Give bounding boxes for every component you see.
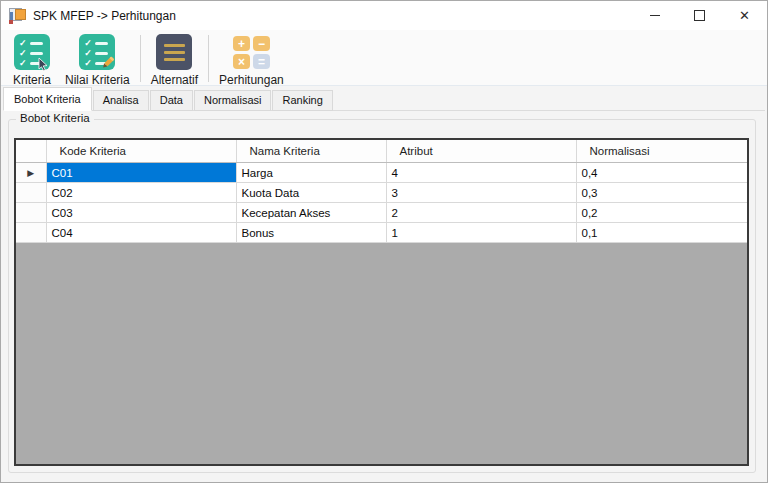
list-line (30, 42, 43, 45)
header-row: Kode Kriteria Nama Kriteria Atribut Norm… (16, 140, 747, 163)
list-line (164, 58, 185, 61)
row-header[interactable] (16, 203, 46, 223)
table-row: ▶ C01 Harga 4 0,4 (16, 163, 747, 183)
bobot-kriteria-table: Kode Kriteria Nama Kriteria Atribut Norm… (16, 140, 747, 243)
list-line (95, 42, 108, 45)
tab-ranking[interactable]: Ranking (272, 90, 332, 111)
close-icon: ✕ (739, 9, 750, 22)
check-glyph: ✓ (19, 39, 27, 48)
table-row: C04 Bonus 1 0,1 (16, 223, 747, 243)
cell-normalisasi[interactable]: 0,2 (576, 203, 747, 223)
app-icon-red-square (9, 20, 13, 24)
checklist-cursor-icon: ✓ ✓ ✓ (14, 34, 50, 70)
window-controls: ✕ (632, 1, 767, 30)
toolbar-separator (140, 35, 141, 82)
cell-nama[interactable]: Kuota Data (236, 183, 386, 203)
check-glyph: ✓ (19, 59, 27, 68)
equals-icon: = (253, 54, 270, 69)
cell-atribut[interactable]: 3 (386, 183, 576, 203)
toolbar-button-label: Kriteria (13, 73, 51, 87)
column-header-normalisasi[interactable]: Normalisasi (576, 140, 747, 163)
cell-nama[interactable]: Bonus (236, 223, 386, 243)
list-line (164, 51, 185, 54)
close-button[interactable]: ✕ (722, 1, 767, 30)
table-row: C03 Kecepatan Akses 2 0,2 (16, 203, 747, 223)
app-icon-orange-square (15, 9, 26, 20)
cell-atribut[interactable]: 4 (386, 163, 576, 183)
check-glyph: ✓ (84, 59, 92, 68)
check-glyph: ✓ (84, 39, 92, 48)
cell-atribut[interactable]: 2 (386, 203, 576, 223)
cell-nama[interactable]: Harga (236, 163, 386, 183)
cell-normalisasi[interactable]: 0,1 (576, 223, 747, 243)
cell-atribut[interactable]: 1 (386, 223, 576, 243)
cell-kode[interactable]: C04 (46, 223, 236, 243)
row-header[interactable] (16, 183, 46, 203)
list-line (30, 52, 43, 55)
check-glyph: ✓ (84, 49, 92, 58)
list-lines-icon (156, 34, 192, 70)
row-header-corner[interactable] (16, 140, 46, 163)
column-header-atribut[interactable]: Atribut (386, 140, 576, 163)
toolbar-button-label: Alternatif (151, 73, 198, 87)
column-header-nama-kriteria[interactable]: Nama Kriteria (236, 140, 386, 163)
cell-normalisasi[interactable]: 0,3 (576, 183, 747, 203)
toolbar-button-label: Perhitungan (219, 73, 284, 87)
current-row-marker-icon: ▶ (27, 168, 34, 178)
toolbar-button-label: Nilai Kriteria (65, 73, 130, 87)
toolbar-button-nilai-kriteria[interactable]: ✓ ✓ ✓ Nilai Kriteria (58, 33, 137, 88)
row-header[interactable] (16, 223, 46, 243)
groupbox-title: Bobot Kriteria (16, 112, 94, 124)
toolbar-separator (208, 35, 209, 82)
tab-analisa[interactable]: Analisa (93, 90, 149, 111)
cell-kode[interactable]: C03 (46, 203, 236, 223)
tab-data[interactable]: Data (150, 90, 193, 111)
minimize-icon (650, 15, 660, 16)
pencil-icon (98, 53, 118, 73)
plus-icon: + (233, 36, 250, 51)
data-grid: Kode Kriteria Nama Kriteria Atribut Norm… (14, 138, 749, 466)
tab-strip: Bobot Kriteria Analisa Data Normalisasi … (3, 87, 334, 111)
row-header-current[interactable]: ▶ (16, 163, 46, 183)
app-icon[interactable] (9, 8, 26, 24)
toolbar-button-alternatif[interactable]: Alternatif (144, 33, 205, 88)
column-header-kode-kriteria[interactable]: Kode Kriteria (46, 140, 236, 163)
check-glyph: ✓ (19, 49, 27, 58)
tab-normalisasi[interactable]: Normalisasi (194, 90, 271, 111)
window-title: SPK MFEP -> Perhitungan (33, 9, 176, 23)
tab-bobot-kriteria[interactable]: Bobot Kriteria (3, 87, 92, 111)
title-bar[interactable]: SPK MFEP -> Perhitungan ✕ (1, 1, 767, 30)
maximize-icon (694, 10, 705, 21)
toolbar-button-kriteria[interactable]: ✓ ✓ ✓ Kriteria (6, 33, 58, 88)
cursor-arrow-icon (37, 57, 50, 71)
toolbar-button-perhitungan[interactable]: + − × = Perhitungan (212, 33, 291, 88)
app-window: SPK MFEP -> Perhitungan ✕ ✓ ✓ ✓ K (0, 0, 768, 483)
maximize-button[interactable] (677, 1, 722, 30)
calculator-icon: + − × = (233, 34, 270, 70)
times-icon: × (233, 54, 250, 69)
table-row: C02 Kuota Data 3 0,3 (16, 183, 747, 203)
list-line (164, 44, 185, 47)
cell-kode[interactable]: C01 (46, 163, 236, 183)
cell-normalisasi[interactable]: 0,4 (576, 163, 747, 183)
cell-kode[interactable]: C02 (46, 183, 236, 203)
toolbar: ✓ ✓ ✓ Kriteria ✓ ✓ ✓ (1, 30, 767, 86)
cell-nama[interactable]: Kecepatan Akses (236, 203, 386, 223)
minus-icon: − (253, 36, 270, 51)
checklist-pencil-icon: ✓ ✓ ✓ (79, 34, 115, 70)
minimize-button[interactable] (632, 1, 677, 30)
